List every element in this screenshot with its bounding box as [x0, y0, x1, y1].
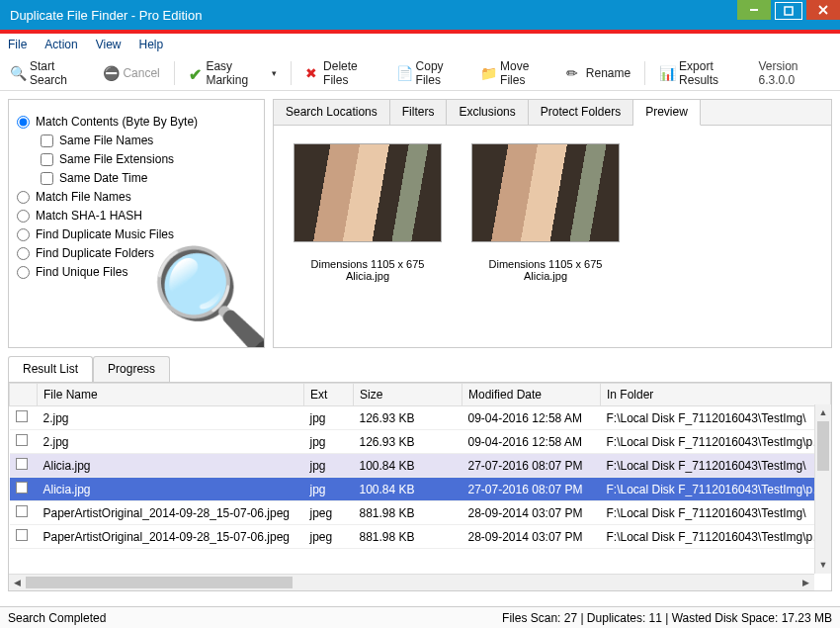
opt-match-sha[interactable]: Match SHA-1 HASH: [17, 209, 256, 223]
col-folder[interactable]: In Folder: [601, 384, 831, 406]
opt-same-names[interactable]: Same File Names: [41, 134, 256, 147]
col-date[interactable]: Modified Date: [462, 384, 601, 406]
scroll-right-icon[interactable]: ▶: [798, 575, 814, 591]
table-row[interactable]: 2.jpgjpg126.93 KB09-04-2016 12:58 AMF:\L…: [10, 406, 831, 430]
opt-same-date[interactable]: Same Date Time: [41, 171, 256, 185]
preview-2-filename: Alicia.jpg: [471, 270, 620, 282]
right-panel: Search Locations Filters Exclusions Prot…: [273, 99, 832, 348]
cell-filename: PaperArtistOriginal_2014-09-28_15-07-06.…: [38, 501, 304, 525]
version-label: Version 6.3.0.0: [758, 59, 834, 87]
scroll-up-icon[interactable]: ▲: [815, 404, 831, 421]
preview-image-2: [471, 143, 620, 242]
tab-filters[interactable]: Filters: [390, 100, 448, 125]
cell-ext: jpeg: [304, 501, 354, 525]
menu-file[interactable]: File: [8, 38, 27, 51]
preview-body: Dimensions 1105 x 675 Alicia.jpg Dimensi…: [274, 126, 831, 347]
cell-size: 100.84 KB: [354, 478, 462, 501]
cell-size: 126.93 KB: [354, 430, 462, 454]
move-files-button[interactable]: Move Files: [476, 57, 552, 89]
scroll-left-icon[interactable]: ◀: [9, 575, 26, 591]
cell-date: 09-04-2016 12:58 AM: [462, 406, 601, 430]
table-row[interactable]: 2.jpgjpg126.93 KB09-04-2016 12:58 AMF:\L…: [10, 430, 831, 454]
opt-unique[interactable]: Find Unique Files: [17, 265, 256, 279]
cell-folder: F:\Local Disk F_7112016043\TestImg\: [601, 406, 831, 430]
rename-button[interactable]: Rename: [562, 63, 634, 83]
cell-ext: jpeg: [304, 525, 354, 549]
menu-action[interactable]: Action: [44, 38, 77, 51]
cell-ext: jpg: [304, 478, 354, 501]
cell-date: 28-09-2014 03:07 PM: [462, 501, 601, 525]
col-check[interactable]: [10, 384, 38, 406]
tab-progress[interactable]: Progress: [93, 356, 170, 382]
cell-folder: F:\Local Disk F_7112016043\TestImg\prote: [601, 430, 831, 454]
cancel-button[interactable]: Cancel: [99, 63, 163, 83]
delete-icon: [305, 65, 319, 81]
titlebar: Duplicate File Finder - Pro Edition: [0, 0, 840, 30]
col-ext[interactable]: Ext: [304, 384, 354, 406]
col-size[interactable]: Size: [354, 384, 462, 406]
table-row[interactable]: PaperArtistOriginal_2014-09-28_15-07-06.…: [10, 501, 831, 525]
scroll-thumb[interactable]: [817, 421, 829, 471]
tab-preview[interactable]: Preview: [633, 100, 701, 126]
move-icon: [480, 65, 496, 81]
hscroll-thumb[interactable]: [26, 577, 293, 588]
opt-match-contents[interactable]: Match Contents (Byte By Byte): [17, 115, 256, 129]
opt-dup-folders[interactable]: Find Duplicate Folders: [17, 246, 256, 260]
row-checkbox[interactable]: [16, 529, 28, 541]
cell-filename: Alicia.jpg: [38, 478, 304, 501]
cell-size: 100.84 KB: [354, 454, 462, 478]
cell-filename: 2.jpg: [38, 406, 304, 430]
menu-help[interactable]: Help: [139, 38, 164, 51]
table-row[interactable]: Alicia.jpgjpg100.84 KB27-07-2016 08:07 P…: [10, 478, 831, 501]
export-results-button[interactable]: Export Results: [655, 57, 748, 89]
cell-filename: Alicia.jpg: [38, 454, 304, 478]
horizontal-scrollbar[interactable]: ◀▶: [9, 574, 814, 590]
cell-size: 881.98 KB: [354, 501, 462, 525]
scroll-down-icon[interactable]: ▼: [815, 557, 831, 574]
row-checkbox[interactable]: [16, 410, 28, 422]
maximize-button[interactable]: [775, 2, 802, 20]
cancel-icon: [103, 65, 119, 81]
minimize-button[interactable]: [737, 0, 771, 20]
easy-marking-button[interactable]: Easy Marking: [185, 57, 282, 89]
cell-ext: jpg: [304, 430, 354, 454]
row-checkbox[interactable]: [16, 434, 28, 446]
cell-date: 27-07-2016 08:07 PM: [462, 454, 601, 478]
row-checkbox[interactable]: [16, 482, 28, 493]
cell-ext: jpg: [304, 454, 354, 478]
menubar: File Action View Help: [0, 34, 840, 55]
table-row[interactable]: PaperArtistOriginal_2014-09-28_15-07-06.…: [10, 525, 831, 549]
opt-dup-music[interactable]: Find Duplicate Music Files: [17, 227, 256, 241]
preview-2-dimensions: Dimensions 1105 x 675: [471, 258, 620, 270]
close-button[interactable]: [806, 0, 840, 20]
search-icon: [10, 65, 26, 81]
menu-view[interactable]: View: [96, 38, 122, 51]
preview-thumb-2: Dimensions 1105 x 675 Alicia.jpg: [471, 143, 620, 329]
rename-icon: [566, 65, 582, 81]
cell-folder: F:\Local Disk F_7112016043\TestImg\: [601, 501, 831, 525]
vertical-scrollbar[interactable]: ▲▼: [814, 404, 831, 574]
cell-date: 09-04-2016 12:58 AM: [462, 430, 601, 454]
cell-date: 27-07-2016 08:07 PM: [462, 478, 601, 501]
tab-search-locations[interactable]: Search Locations: [274, 100, 390, 125]
copy-files-button[interactable]: Copy Files: [392, 57, 467, 89]
cell-ext: jpg: [304, 406, 354, 430]
options-panel: 🔍 Match Contents (Byte By Byte) Same Fil…: [8, 99, 265, 348]
preview-thumb-1: Dimensions 1105 x 675 Alicia.jpg: [294, 143, 442, 329]
delete-files-button[interactable]: Delete Files: [301, 57, 381, 89]
start-search-button[interactable]: Start Search: [6, 57, 89, 89]
tab-protect-folders[interactable]: Protect Folders: [529, 100, 633, 125]
cell-folder: F:\Local Disk F_7112016043\TestImg\: [601, 454, 831, 478]
preview-1-filename: Alicia.jpg: [294, 270, 442, 282]
col-filename[interactable]: File Name: [38, 384, 304, 406]
table-row[interactable]: Alicia.jpgjpg100.84 KB27-07-2016 08:07 P…: [10, 454, 831, 478]
cell-filename: 2.jpg: [38, 430, 304, 454]
row-checkbox[interactable]: [16, 505, 28, 517]
row-checkbox[interactable]: [16, 458, 28, 470]
tab-result-list[interactable]: Result List: [8, 356, 93, 382]
cell-size: 126.93 KB: [354, 406, 462, 430]
opt-same-ext[interactable]: Same File Extensions: [41, 152, 256, 166]
tab-exclusions[interactable]: Exclusions: [447, 100, 528, 125]
opt-match-names[interactable]: Match File Names: [17, 190, 256, 204]
cell-folder: F:\Local Disk F_7112016043\TestImg\prote: [601, 478, 831, 501]
